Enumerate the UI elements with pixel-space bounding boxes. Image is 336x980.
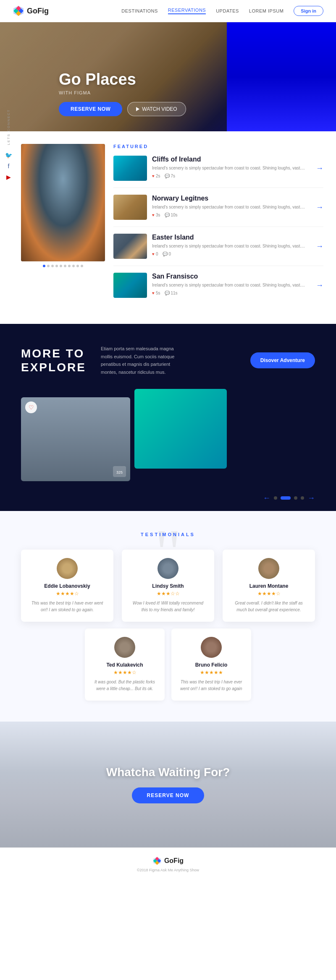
likes-1: ♥2s — [152, 174, 160, 178]
featured-stats-3: ♥0 💬0 — [152, 252, 311, 256]
cta-reserve-button[interactable]: RESERVE NOW — [132, 787, 205, 803]
nav-destinations[interactable]: Destinations — [121, 8, 158, 13]
arrow-2[interactable]: → — [316, 203, 323, 212]
testimonials-secondary: Ted Kulakevich ★★★★☆ It was good. But th… — [13, 628, 323, 701]
stars-lindsy: ★★★☆☆ — [130, 591, 206, 597]
heart-badge[interactable]: ♡ — [25, 401, 37, 413]
next-arrow[interactable]: → — [307, 494, 315, 503]
comment-icon: 💬 — [165, 174, 170, 178]
dot-7[interactable] — [68, 265, 71, 267]
hero-content: Go Places WITH FIGMA RESERVE NOW WATCH V… — [0, 71, 186, 131]
heart-icon-3: ♥ — [152, 252, 155, 256]
comment-icon-4: 💬 — [165, 291, 170, 295]
discover-button[interactable]: Disover Adventure — [250, 352, 315, 368]
twitter-icon[interactable]: 🐦 — [5, 152, 12, 159]
social-sidebar: LETS CONNECT 🐦 f ▶ — [5, 109, 12, 180]
explore-nav: ← → — [0, 490, 336, 511]
hero-buttons: RESERVE NOW WATCH VIDEO — [59, 102, 186, 116]
comment-icon-3: 💬 — [163, 252, 168, 256]
nav-updates[interactable]: Updates — [216, 8, 239, 13]
footer-logo: GoFig — [8, 856, 328, 865]
comments-2: 💬10s — [165, 213, 178, 217]
sign-in-button[interactable]: Sign in — [294, 6, 323, 16]
arrow-1[interactable]: → — [316, 164, 323, 173]
explore-images: ♡ 325 — [21, 389, 315, 490]
featured-content-2: Norwary Legitnes Ireland's scenery is si… — [152, 195, 311, 217]
comments-1: 💬7s — [165, 174, 176, 178]
review-ted: It was good. But the plastic forks were … — [93, 679, 156, 692]
gallery-dots — [21, 265, 105, 267]
avatar-lauren — [258, 558, 279, 579]
youtube-icon[interactable]: ▶ — [6, 174, 11, 180]
stars-bruno: ★★★★★ — [180, 670, 243, 675]
dot-2[interactable] — [47, 265, 50, 267]
testimonial-ted: Ted Kulakevich ★★★★☆ It was good. But th… — [85, 628, 165, 701]
heart-icon-2: ♥ — [152, 213, 155, 217]
likes-4: ♥5s — [152, 291, 160, 295]
hero-title: Go Places — [59, 71, 186, 89]
review-lauren: Great overall. I didn't like the staff a… — [231, 600, 307, 613]
featured-stats-4: ♥5s 💬11s — [152, 291, 311, 295]
dot-9[interactable] — [76, 265, 79, 267]
featured-item-4: San Fransisco Ireland's scenery is simpl… — [113, 273, 323, 305]
featured-image-2 — [113, 195, 147, 220]
nav-dot-1[interactable] — [274, 496, 277, 500]
featured-image-3 — [113, 234, 147, 259]
name-lindsy: Lindsy Smith — [130, 583, 206, 589]
gallery-main-image — [21, 144, 105, 261]
reserve-now-button[interactable]: RESERVE NOW — [59, 102, 122, 116]
nav-dot-4[interactable] — [301, 496, 304, 500]
dot-5[interactable] — [60, 265, 62, 267]
cta-section: Whatcha Waiting For? RESERVE NOW — [0, 722, 336, 847]
name-lauren: Lauren Montane — [231, 583, 307, 589]
cta-title: Whatcha Waiting For? — [106, 766, 230, 779]
dot-8[interactable] — [72, 265, 75, 267]
explore-side-image — [134, 389, 227, 469]
testimonial-eddie: Eddie Lobanovskiy ★★★★☆ This was the bes… — [21, 550, 113, 622]
explore-main-image: ♡ 325 — [21, 397, 130, 481]
likes-3: ♥0 — [152, 252, 158, 256]
dot-1[interactable] — [43, 265, 45, 267]
facebook-icon[interactable]: f — [8, 163, 10, 169]
featured-item-2: Norwary Legitnes Ireland's scenery is si… — [113, 195, 323, 227]
featured-title-2: Norwary Legitnes — [152, 195, 311, 202]
featured-image-1 — [113, 156, 147, 181]
prev-arrow[interactable]: ← — [263, 494, 270, 503]
avatar-ted — [114, 637, 135, 658]
review-eddie: This was the best trip I have ever went … — [29, 600, 105, 613]
featured-desc-2: Ireland's scenery is simply spectacular … — [152, 204, 311, 210]
featured-content-4: San Fransisco Ireland's scenery is simpl… — [152, 273, 311, 295]
logo-icon — [13, 5, 24, 17]
testimonial-bruno: Bruno Felicio ★★★★★ This was the best tr… — [171, 628, 251, 701]
comments-4: 💬11s — [165, 291, 178, 295]
dot-6[interactable] — [64, 265, 66, 267]
nav-reservations[interactable]: Reservations — [168, 8, 206, 14]
featured-title-1: Cliffs of Ireland — [152, 156, 311, 163]
stars-ted: ★★★★☆ — [93, 670, 156, 675]
avatar-lindsy — [158, 558, 178, 579]
featured-desc-1: Ireland's scenery is simply spectacular … — [152, 165, 311, 171]
featured-desc-4: Ireland's scenery is simply spectacular … — [152, 282, 311, 288]
dot-3[interactable] — [51, 265, 54, 267]
logo-text: GoFig — [27, 7, 49, 16]
nav-dot-2[interactable] — [281, 496, 291, 500]
featured-title-3: Easter Island — [152, 234, 311, 241]
featured-section: FEATURED Cliffs of Ireland Ireland's sce… — [0, 131, 336, 324]
dot-10[interactable] — [81, 265, 83, 267]
arrow-3[interactable]: → — [316, 242, 323, 251]
nav-dot-3[interactable] — [294, 496, 297, 500]
dot-4[interactable] — [55, 265, 58, 267]
arrow-4[interactable]: → — [316, 281, 323, 290]
gallery — [21, 144, 105, 311]
footer-logo-text: GoFig — [164, 857, 184, 865]
review-bruno: This was the best trip I have ever went … — [180, 679, 243, 692]
avatar-eddie — [57, 558, 78, 579]
watch-video-button[interactable]: WATCH VIDEO — [127, 102, 186, 116]
image-caption: 325 — [113, 466, 126, 477]
featured-label: FEATURED — [113, 144, 323, 149]
nav-lorem[interactable]: Lorem Ipsum — [249, 8, 284, 13]
comments-3: 💬0 — [163, 252, 171, 256]
mountain-image — [21, 144, 105, 261]
logo[interactable]: GoFig — [13, 5, 49, 17]
featured-item-3: Easter Island Ireland's scenery is simpl… — [113, 234, 323, 266]
